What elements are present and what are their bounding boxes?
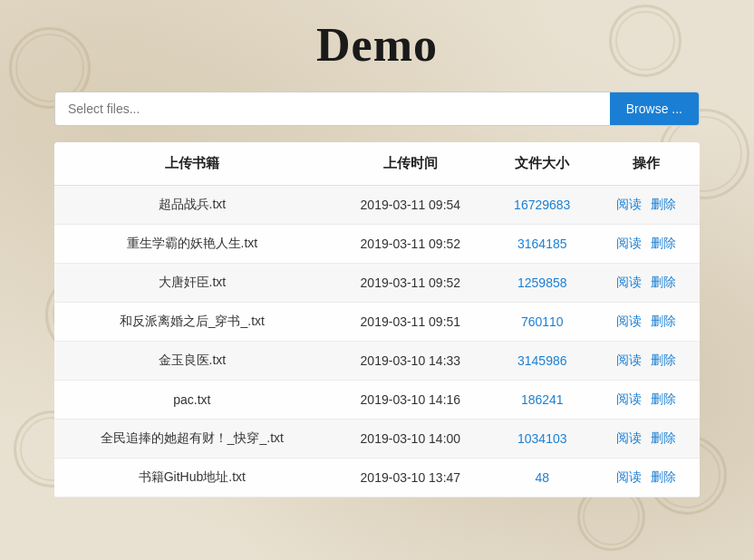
file-size: 3145986 xyxy=(491,342,593,381)
col-header-name: 上传书籍 xyxy=(54,142,330,186)
table-header-row: 上传书籍 上传时间 文件大小 操作 xyxy=(54,142,700,186)
action-cell: 阅读删除 xyxy=(593,342,700,381)
upload-time: 2019-03-10 14:16 xyxy=(330,381,491,420)
file-size: 760110 xyxy=(491,303,593,342)
action-cell: 阅读删除 xyxy=(593,264,700,303)
action-cell: 阅读删除 xyxy=(593,225,700,264)
file-size: 3164185 xyxy=(491,225,593,264)
file-name: 全民追捧的她超有财！_快穿_.txt xyxy=(54,420,330,459)
file-name: 和反派离婚之后_穿书_.txt xyxy=(54,303,330,342)
table-row: 和反派离婚之后_穿书_.txt2019-03-11 09:51760110阅读删… xyxy=(54,303,700,342)
table-row: 超品战兵.txt2019-03-11 09:5416729683阅读删除 xyxy=(54,186,700,225)
upload-time: 2019-03-11 09:52 xyxy=(330,264,491,303)
action-cell: 阅读删除 xyxy=(593,303,700,342)
read-button[interactable]: 阅读 xyxy=(616,275,642,291)
table-row: pac.txt2019-03-10 14:16186241阅读删除 xyxy=(54,381,700,420)
upload-time: 2019-03-11 09:51 xyxy=(330,303,491,342)
upload-time: 2019-03-11 09:54 xyxy=(330,186,491,225)
table-row: 全民追捧的她超有财！_快穿_.txt2019-03-10 14:00103410… xyxy=(54,420,700,459)
delete-button[interactable]: 删除 xyxy=(651,391,676,408)
upload-time: 2019-03-10 14:33 xyxy=(330,342,491,381)
file-name: 金玉良医.txt xyxy=(54,342,330,381)
file-name: 大唐奸臣.txt xyxy=(54,264,330,303)
file-name: 书籍GitHub地址.txt xyxy=(54,459,330,497)
col-header-size: 文件大小 xyxy=(491,142,593,186)
file-name: 超品战兵.txt xyxy=(54,186,330,225)
delete-button[interactable]: 删除 xyxy=(651,275,676,291)
file-size: 48 xyxy=(491,459,593,497)
file-size: 186241 xyxy=(491,381,593,420)
page-title: Demo xyxy=(54,18,700,72)
action-cell: 阅读删除 xyxy=(593,381,700,420)
file-size: 1259858 xyxy=(491,264,593,303)
action-cell: 阅读删除 xyxy=(593,420,700,459)
table-row: 大唐奸臣.txt2019-03-11 09:521259858阅读删除 xyxy=(54,264,700,303)
delete-button[interactable]: 删除 xyxy=(651,197,676,213)
read-button[interactable]: 阅读 xyxy=(616,236,642,252)
read-button[interactable]: 阅读 xyxy=(616,391,642,408)
file-name: 重生学霸的妖艳人生.txt xyxy=(54,225,330,264)
file-select-input[interactable] xyxy=(55,92,610,125)
delete-button[interactable]: 删除 xyxy=(651,469,676,486)
delete-button[interactable]: 删除 xyxy=(651,314,676,330)
file-size: 1034103 xyxy=(491,420,593,459)
read-button[interactable]: 阅读 xyxy=(616,314,642,330)
browse-button[interactable]: Browse ... xyxy=(610,92,699,125)
file-name: pac.txt xyxy=(54,381,330,420)
upload-time: 2019-03-11 09:52 xyxy=(330,225,491,264)
read-button[interactable]: 阅读 xyxy=(616,352,642,369)
file-size: 16729683 xyxy=(491,186,593,225)
upload-bar: Browse ... xyxy=(54,92,700,126)
action-cell: 阅读删除 xyxy=(593,186,700,225)
delete-button[interactable]: 删除 xyxy=(651,430,676,447)
delete-button[interactable]: 删除 xyxy=(651,236,676,252)
read-button[interactable]: 阅读 xyxy=(616,197,642,213)
upload-time: 2019-03-10 13:47 xyxy=(330,459,491,497)
delete-button[interactable]: 删除 xyxy=(651,352,676,369)
upload-time: 2019-03-10 14:00 xyxy=(330,420,491,459)
books-table: 上传书籍 上传时间 文件大小 操作 超品战兵.txt2019-03-11 09:… xyxy=(54,142,700,497)
table-row: 重生学霸的妖艳人生.txt2019-03-11 09:523164185阅读删除 xyxy=(54,225,700,264)
col-header-time: 上传时间 xyxy=(330,142,491,186)
read-button[interactable]: 阅读 xyxy=(616,430,642,447)
table-row: 金玉良医.txt2019-03-10 14:333145986阅读删除 xyxy=(54,342,700,381)
col-header-action: 操作 xyxy=(593,142,700,186)
table-row: 书籍GitHub地址.txt2019-03-10 13:4748阅读删除 xyxy=(54,459,700,497)
read-button[interactable]: 阅读 xyxy=(616,469,642,486)
action-cell: 阅读删除 xyxy=(593,459,700,497)
